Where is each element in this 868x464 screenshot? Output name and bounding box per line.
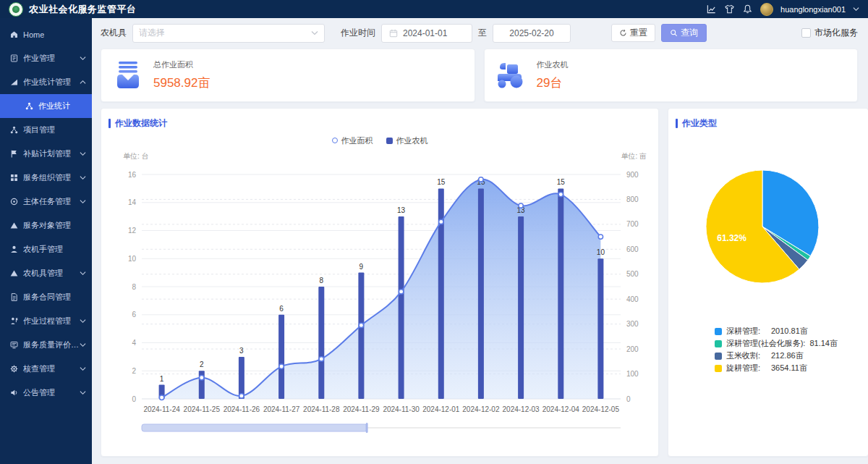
svg-text:0: 0 — [132, 395, 136, 403]
svg-text:2024-11-29: 2024-11-29 — [343, 405, 380, 413]
svg-text:2: 2 — [132, 367, 136, 375]
sidebar-item-service-org-management[interactable]: 服务组织管理 — [0, 166, 92, 190]
work-time-to-input[interactable]: 2025-02-20 — [493, 24, 571, 43]
svg-text:2024-11-30: 2024-11-30 — [383, 405, 420, 413]
pie-legend-label: 深耕管理(社会化服务): — [726, 338, 805, 349]
svg-text:2024-12-03: 2024-12-03 — [503, 405, 540, 413]
sidebar-item-label: 作业统计 — [38, 101, 70, 111]
svg-text:15: 15 — [437, 178, 446, 186]
svg-text:9: 9 — [359, 263, 364, 271]
combo-chart[interactable]: 0246810121416010020030040050060070080090… — [111, 148, 648, 441]
sidebar-item-label: 作业过程管理 — [23, 316, 71, 326]
home-icon — [9, 30, 19, 39]
chevron-down-icon — [80, 151, 86, 156]
job-type-card: 作业类型 61.32% 深耕管理:2010.81亩深耕管理(社会化服务):81.… — [668, 108, 868, 457]
user-avatar[interactable] — [760, 3, 773, 16]
sidebar-item-machinery-management[interactable]: 农机具管理 — [0, 261, 92, 285]
machine-select-placeholder: 请选择 — [139, 27, 165, 39]
sidebar-item-service-contract-management[interactable]: 服务合同管理 — [0, 285, 92, 309]
work-time-from-input[interactable]: 2024-01-01 — [381, 24, 472, 43]
sidebar-item-inspection-management[interactable]: 核查管理 — [0, 357, 92, 381]
machine-select[interactable]: 请选择 — [132, 24, 325, 43]
chart-icon — [9, 77, 19, 87]
sidebar-item-subsidy-plan-management[interactable]: 补贴计划管理 — [0, 142, 92, 166]
chevron-down-icon — [80, 175, 86, 180]
pie-legend-item[interactable]: 玉米收割:212.86亩 — [715, 350, 868, 362]
svg-text:2024-11-27: 2024-11-27 — [263, 405, 300, 413]
chevron-down-icon — [80, 199, 86, 204]
header-actions: huanglongxian001 — [706, 3, 859, 16]
marketized-service-checkbox[interactable] — [801, 28, 811, 38]
bar — [558, 188, 563, 399]
combo-chart-legend: 作业面积作业农机 — [101, 132, 658, 148]
inbox-icon — [113, 61, 143, 90]
chevron-down-icon — [80, 390, 86, 395]
sidebar-item-home[interactable]: Home — [0, 22, 92, 46]
svg-text:100: 100 — [626, 370, 639, 378]
bar — [278, 315, 284, 399]
svg-text:14: 14 — [128, 198, 137, 206]
layers-icon — [9, 340, 19, 350]
user-menu-chevron-down-icon[interactable] — [853, 7, 859, 12]
pie-legend-item[interactable]: 深耕管理:2010.81亩 — [715, 325, 868, 337]
grid-icon — [9, 173, 19, 182]
marketized-service-option[interactable]: 市场化服务 — [801, 27, 858, 39]
svg-text:16: 16 — [128, 171, 137, 179]
svg-text:1: 1 — [160, 375, 164, 383]
theme-shirt-icon[interactable] — [724, 4, 735, 14]
sidebar-item-service-evaluation-management[interactable]: 服务质量评价管理 — [0, 333, 92, 357]
total-area-label: 总作业面积 — [153, 59, 210, 70]
svg-text:6: 6 — [132, 311, 136, 319]
svg-text:500: 500 — [626, 270, 639, 278]
line-chart-icon[interactable] — [706, 4, 717, 14]
sidebar-item-job-statistics[interactable]: 作业统计 — [0, 94, 92, 118]
chevron-up-icon — [80, 80, 86, 85]
sidebar-item-subject-task-management[interactable]: 主体任务管理 — [0, 190, 92, 214]
stat-cards: 总作业面积 5958.92亩 — [101, 48, 858, 102]
svg-text:700: 700 — [626, 220, 639, 228]
svg-text:单位: 台: 单位: 台 — [123, 152, 149, 160]
svg-text:12: 12 — [128, 227, 137, 235]
sidebar-item-job-process-management[interactable]: 作业过程管理 — [0, 309, 92, 333]
datazoom-handle[interactable] — [366, 423, 368, 433]
pie-legend-item[interactable]: 深耕管理(社会化服务):81.14亩 — [715, 337, 868, 350]
sidebar-item-project-management[interactable]: 项目管理 — [0, 118, 92, 142]
sidebar-item-job-statistics-management[interactable]: 作业统计管理 — [0, 70, 92, 94]
sidebar-item-announcement-management[interactable]: 公告管理 — [0, 381, 92, 405]
sidebar-item-service-object-management[interactable]: 服务对象管理 — [0, 214, 92, 237]
svg-text:61.32%: 61.32% — [717, 233, 746, 243]
legend-item-bar[interactable]: 作业农机 — [386, 135, 428, 146]
reset-button[interactable]: 重置 — [611, 24, 655, 42]
chevron-down-icon — [311, 30, 318, 35]
pie-legend-item[interactable]: 旋耕管理:3654.11亩 — [715, 362, 868, 374]
svg-text:8: 8 — [132, 283, 136, 291]
bar-legend-marker — [386, 138, 393, 144]
pie-legend-value: 2010.81亩 — [771, 326, 808, 337]
flag-icon — [9, 149, 19, 159]
svg-text:2024-11-28: 2024-11-28 — [303, 405, 340, 413]
machine-select-label: 农机具 — [101, 27, 127, 39]
username[interactable]: huanglongxian001 — [780, 5, 846, 14]
main-content: 农机具 请选择 作业时间 2024-01-01 至 2025-02-20 重置 … — [92, 18, 868, 464]
pie-legend-value: 212.86亩 — [771, 350, 804, 361]
datazoom-window[interactable] — [142, 424, 367, 431]
filter-bar: 农机具 请选择 作业时间 2024-01-01 至 2025-02-20 重置 … — [101, 23, 858, 43]
refresh-icon — [619, 29, 627, 37]
working-machines-card: 作业农机 29台 — [484, 48, 859, 102]
sidebar-item-job-management[interactable]: 作业管理 — [0, 46, 92, 70]
search-button[interactable]: 查询 — [661, 24, 707, 42]
pyramid-icon — [9, 221, 19, 230]
svg-text:15: 15 — [557, 178, 566, 186]
svg-text:8: 8 — [320, 277, 324, 284]
share-icon — [9, 125, 19, 135]
calendar-icon — [389, 29, 398, 38]
gear-icon — [9, 364, 19, 374]
svg-text:2: 2 — [200, 360, 204, 368]
svg-text:4: 4 — [132, 339, 136, 347]
svg-text:2024-12-02: 2024-12-02 — [462, 405, 500, 413]
notification-bell-icon[interactable] — [742, 4, 753, 14]
pie-chart[interactable]: 61.32% — [668, 148, 868, 318]
sidebar-item-machine-operator-management[interactable]: 农机手管理 — [0, 237, 92, 261]
working-machines-value: 29台 — [537, 75, 569, 91]
legend-item-line[interactable]: 作业面积 — [332, 135, 373, 146]
